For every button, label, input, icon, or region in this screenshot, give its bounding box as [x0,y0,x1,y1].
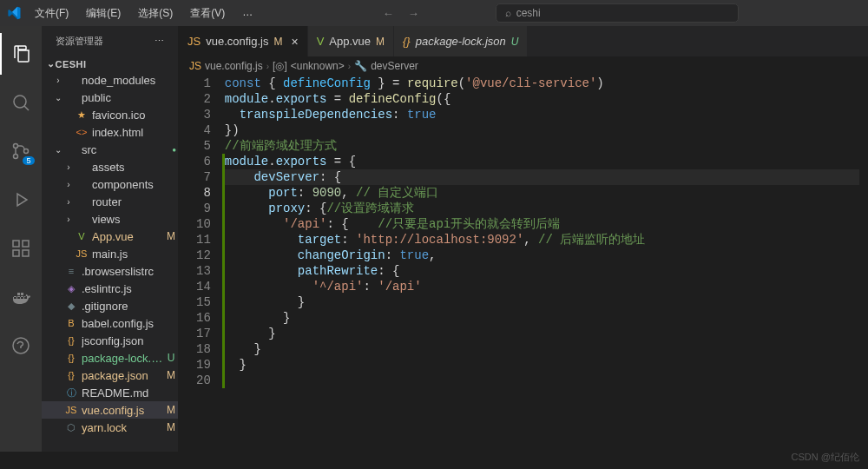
code-line[interactable]: port: 9090, // 自定义端口 [225,185,859,201]
code-line[interactable]: }) [225,122,859,138]
line-number: 8 [196,185,211,201]
item-label: jsconfig.json [82,334,178,347]
code-line[interactable]: proxy: {//设置跨域请求 [225,201,859,216]
editor-tab[interactable]: JSvue.config.jsM× [179,26,308,56]
editor-tab[interactable]: {}package-lock.jsonU [394,26,528,56]
line-number: 16 [196,310,211,326]
code-line[interactable]: target: 'http://localhost:9092', // 后端监听… [225,232,859,248]
item-label: main.js [92,248,178,261]
search-icon: ⌕ [505,7,511,19]
file-item[interactable]: {}package.jsonM [42,367,178,384]
modified-indicator: M [376,36,385,48]
code-line[interactable]: module.exports = defineConfig({ [225,91,859,107]
line-number: 10 [196,216,211,232]
menu-item[interactable]: 查看(V) [183,3,232,24]
folder-item[interactable]: ⌄public [42,89,178,106]
file-item[interactable]: {}jsconfig.json [42,332,178,349]
file-item[interactable]: JSvue.config.jsM [42,401,178,419]
svg-rect-4 [13,241,19,247]
code-line[interactable]: //前端跨域处理方式 [225,138,859,154]
file-item[interactable]: JSmain.js [42,245,178,262]
file-type-icon: JS [187,35,201,48]
chevron-icon: › [52,76,64,85]
code-line[interactable]: '^/api': '/api' [225,279,859,294]
file-type-icon: {} [64,368,78,382]
folder-item[interactable]: ›components [42,175,178,193]
code-line[interactable]: } [225,294,859,310]
sidebar-more-icon[interactable]: ⋯ [155,36,164,47]
vscode-logo-icon [7,6,21,20]
git-status: M [164,369,178,381]
file-item[interactable]: {}package-lock.jsonU [42,349,178,367]
file-tree: ⌄ CESHI ›node_modules⌄public★favicon.ico… [42,56,178,452]
code-line[interactable]: const { defineConfig } = require('@vue/c… [225,76,859,91]
file-item[interactable]: <>index.html [42,123,178,141]
menu-item[interactable]: … [235,3,260,24]
code-line[interactable]: module.exports = { [225,154,859,169]
line-number: 2 [196,91,211,107]
close-icon[interactable]: × [291,35,298,49]
code-line[interactable]: pathRewrite: { [225,263,859,279]
file-item[interactable]: ◈.eslintrc.js [42,280,178,297]
code-line[interactable]: transpileDependencies: true [225,107,859,122]
line-number: 4 [196,122,211,138]
file-item[interactable]: ★favicon.ico [42,106,178,123]
search-icon[interactable] [0,82,42,123]
file-type-icon: ⓘ [64,386,78,400]
nav-back-icon[interactable]: ← [383,7,394,20]
docker-icon[interactable] [0,276,42,318]
breadcrumb-item[interactable]: <unknown> [291,60,345,72]
breadcrumb-icon: JS [189,60,201,72]
scm-badge: 5 [23,156,35,165]
folder-item[interactable]: ›views [42,210,178,228]
tab-label: vue.config.js [206,35,268,48]
menu-item[interactable]: 选择(S) [131,3,180,24]
sidebar-title: 资源管理器 [56,35,103,48]
line-number: 7 [196,169,211,185]
file-item[interactable]: VApp.vueM [42,228,178,245]
file-item[interactable]: ⬡yarn.lockM [42,419,178,436]
file-item[interactable]: ◆.gitignore [42,297,178,314]
project-root[interactable]: ⌄ CESHI [42,56,178,71]
menu-item[interactable]: 文件(F) [28,3,76,24]
code-line[interactable]: } [225,357,859,373]
code-line[interactable]: } [225,326,859,341]
menu-bar: 文件(F)编辑(E)选择(S)查看(V)… [28,3,260,24]
explorer-icon[interactable] [0,33,42,75]
nav-forward-icon[interactable]: → [408,7,419,20]
code-line[interactable]: } [225,341,859,357]
folder-item[interactable]: ›node_modules [42,71,178,89]
line-gutter: 1234567891011121314151617181920 [179,76,225,452]
extensions-icon[interactable] [0,228,42,269]
code-line[interactable]: '/api': { //只要是api开头的就会转到后端 [225,216,859,232]
file-item[interactable]: Bbabel.config.js [42,314,178,332]
file-item[interactable]: ≡.browserslistrc [42,262,178,280]
folder-item[interactable]: ⌄src● [42,141,178,158]
folder-item[interactable]: ›assets [42,158,178,175]
item-label: README.md [82,386,178,400]
file-type-icon: <> [75,125,89,139]
editor-tab[interactable]: VApp.vueM [308,26,394,56]
code-line[interactable]: devServer: { [225,169,859,185]
chevron-icon: › [62,162,75,172]
breadcrumb-item[interactable]: vue.config.js [205,60,263,72]
file-item[interactable]: ⓘREADME.md [42,384,178,401]
untracked-indicator: U [511,36,519,48]
svg-rect-5 [13,250,19,256]
debug-icon[interactable] [0,179,42,221]
line-number: 18 [196,341,211,357]
code-content[interactable]: const { defineConfig } = require('@vue/c… [225,76,868,452]
chat-icon[interactable] [0,325,42,367]
folder-item[interactable]: ›router [42,193,178,210]
code-editor[interactable]: 1234567891011121314151617181920 const { … [179,76,868,452]
breadcrumb-item[interactable]: devServer [371,60,418,72]
code-line[interactable]: } [225,310,859,326]
file-type-icon: ◆ [64,299,78,313]
menu-item[interactable]: 编辑(E) [79,3,128,24]
command-center[interactable]: ⌕ ceshi [496,3,739,23]
file-type-icon [75,195,89,208]
watermark: CSDN @纪佰伦 [792,451,859,464]
breadcrumb[interactable]: JSvue.config.js›[◎]<unknown>›🔧devServer [179,56,868,76]
code-line[interactable]: changeOrigin: true, [225,248,859,263]
source-control-icon[interactable]: 5 [0,130,42,172]
